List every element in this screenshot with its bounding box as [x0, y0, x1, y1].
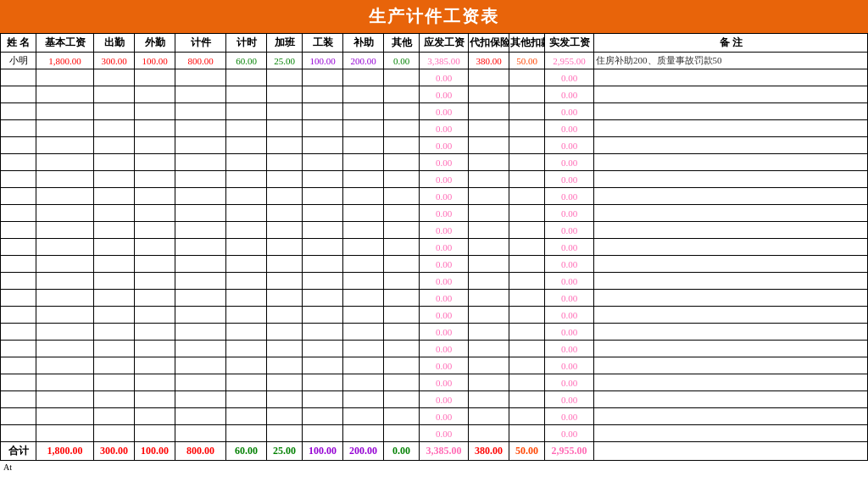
cell-empty: [384, 324, 420, 341]
cell-actual-empty: 0.00: [545, 205, 594, 222]
cell-empty: [303, 171, 343, 188]
cell-empty: [384, 425, 420, 442]
cell-should-empty: 0.00: [420, 256, 469, 273]
cell-empty: [36, 341, 94, 357]
cell-empty: [303, 137, 343, 154]
summary-piecework: 800.00: [175, 442, 226, 461]
cell-empty: [267, 205, 303, 222]
cell-empty: [384, 69, 420, 86]
cell-empty: [135, 324, 175, 341]
cell-empty: [469, 171, 509, 188]
cell-empty: [303, 239, 343, 256]
data-row-empty: 0.000.00: [1, 188, 868, 205]
cell-should-empty: 0.00: [420, 239, 469, 256]
cell-empty: [226, 425, 267, 442]
cell-empty: [226, 222, 267, 239]
cell-empty: [94, 137, 135, 154]
cell-should-empty: 0.00: [420, 120, 469, 137]
cell-empty: [135, 171, 175, 188]
cell-should-empty: 0.00: [420, 205, 469, 222]
header-hourly: 计时: [226, 34, 267, 53]
cell-should-empty: 0.00: [420, 290, 469, 307]
cell-empty: [36, 222, 94, 239]
cell-empty: [94, 205, 135, 222]
cell-empty: [226, 357, 267, 374]
cell-empty: [94, 273, 135, 290]
cell-empty: [267, 341, 303, 357]
cell-empty: [509, 324, 545, 341]
cell-empty: [175, 69, 226, 86]
cell-empty: [303, 324, 343, 341]
payroll-table: 姓 名 基本工资 出勤 外勤 计件 计时 加班 工装 补助 其他 应发工资 代扣…: [0, 33, 868, 461]
data-row-empty: 0.000.00: [1, 120, 868, 137]
cell-empty: [226, 86, 267, 103]
cell-remarks-1: 住房补助200、质量事故罚款50: [594, 53, 868, 69]
cell-empty: [267, 154, 303, 171]
header-basic: 基本工资: [36, 34, 94, 53]
cell-actual-empty: 0.00: [545, 154, 594, 171]
cell-actual-empty: 0.00: [545, 69, 594, 86]
cell-empty: [384, 188, 420, 205]
cell-actual-empty: 0.00: [545, 408, 594, 425]
cell-empty: [469, 154, 509, 171]
cell-empty: [469, 374, 509, 391]
cell-overtime-1: 25.00: [267, 53, 303, 69]
cell-should-empty: 0.00: [420, 188, 469, 205]
cell-empty: [509, 103, 545, 120]
cell-empty: [469, 408, 509, 425]
cell-empty: [36, 69, 94, 86]
cell-empty: [175, 341, 226, 357]
cell-actual-empty: 0.00: [545, 137, 594, 154]
cell-empty: [384, 205, 420, 222]
cell-empty: [343, 69, 384, 86]
cell-empty: [469, 391, 509, 408]
cell-should-empty: 0.00: [420, 103, 469, 120]
cell-empty: [36, 290, 94, 307]
cell-actual-empty: 0.00: [545, 86, 594, 103]
cell-subsidy-1: 200.00: [343, 53, 384, 69]
cell-should-empty: 0.00: [420, 408, 469, 425]
cell-empty: [469, 256, 509, 273]
cell-empty: [384, 120, 420, 137]
cell-empty: [303, 408, 343, 425]
cell-empty: [36, 357, 94, 374]
cell-empty: [94, 256, 135, 273]
cell-empty: [267, 425, 303, 442]
cell-empty: [594, 205, 868, 222]
cell-empty: [175, 154, 226, 171]
summary-row: 合计 1,800.00 300.00 100.00 800.00 60.00 2…: [1, 442, 868, 461]
cell-empty: [94, 324, 135, 341]
cell-should-empty: 0.00: [420, 137, 469, 154]
cell-empty: [94, 425, 135, 442]
summary-allowance: 100.00: [303, 442, 343, 461]
header-other: 其他: [384, 34, 420, 53]
cell-should-empty: 0.00: [420, 357, 469, 374]
summary-outside: 100.00: [135, 442, 175, 461]
cell-empty: [384, 171, 420, 188]
summary-hourly: 60.00: [226, 442, 267, 461]
cell-empty: [594, 341, 868, 357]
cell-empty: [594, 239, 868, 256]
cell-empty: [509, 307, 545, 324]
cell-empty: [135, 408, 175, 425]
cell-empty: [1, 239, 36, 256]
cell-empty: [343, 256, 384, 273]
cell-empty: [509, 408, 545, 425]
cell-empty: [175, 103, 226, 120]
cell-empty: [175, 256, 226, 273]
cell-empty: [1, 137, 36, 154]
data-row-empty: 0.000.00: [1, 391, 868, 408]
header-allowance: 工装: [303, 34, 343, 53]
cell-empty: [36, 256, 94, 273]
cell-empty: [94, 307, 135, 324]
cell-empty: [469, 273, 509, 290]
cell-empty: [94, 222, 135, 239]
cell-should-empty: 0.00: [420, 154, 469, 171]
cell-empty: [469, 86, 509, 103]
cell-empty: [384, 239, 420, 256]
cell-empty: [267, 324, 303, 341]
cell-empty: [469, 205, 509, 222]
cell-empty: [509, 357, 545, 374]
table-wrapper: 姓 名 基本工资 出勤 外勤 计件 计时 加班 工装 补助 其他 应发工资 代扣…: [0, 33, 868, 461]
cell-empty: [175, 222, 226, 239]
